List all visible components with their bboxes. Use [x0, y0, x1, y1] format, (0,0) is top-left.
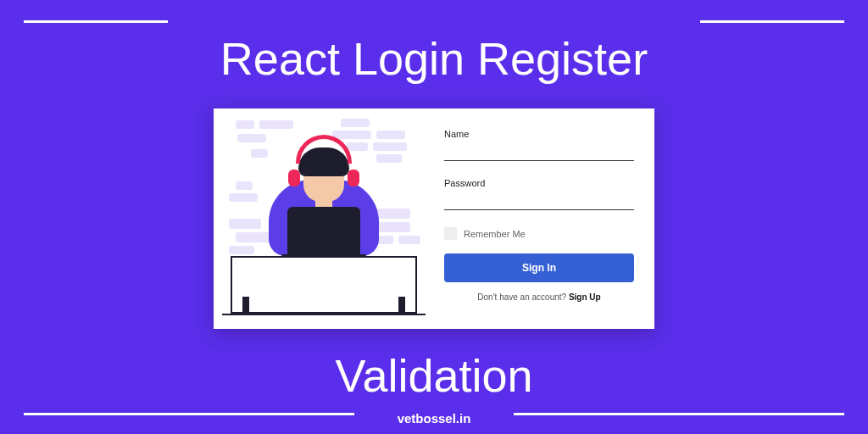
desk-leg-right — [398, 297, 405, 314]
desk — [231, 256, 417, 314]
signup-link[interactable]: Sign Up — [569, 292, 601, 302]
illustration-panel — [214, 108, 434, 329]
password-label: Password — [444, 178, 634, 188]
footer-text: vetbossel.in — [0, 411, 868, 426]
remember-checkbox[interactable] — [444, 227, 457, 240]
signup-prompt: Don't have an account? — [477, 292, 569, 302]
form-panel: Name Password Remember Me Sign In Don't … — [434, 108, 654, 329]
signin-button[interactable]: Sign In — [444, 253, 634, 282]
divider-top-right — [700, 20, 844, 23]
login-card: Name Password Remember Me Sign In Don't … — [214, 108, 654, 329]
remember-row: Remember Me — [444, 227, 634, 240]
laptop-icon — [287, 207, 360, 256]
headphone-icon — [296, 135, 352, 164]
signup-row: Don't have an account? Sign Up — [444, 292, 634, 302]
name-input[interactable] — [444, 142, 634, 161]
desk-leg-left — [242, 297, 249, 314]
floor-line — [222, 314, 426, 315]
password-input[interactable] — [444, 192, 634, 210]
heading-top: React Login Register — [0, 32, 868, 85]
earcup-left-icon — [288, 170, 300, 186]
remember-label: Remember Me — [464, 229, 526, 239]
heading-bottom: Validation — [0, 349, 868, 402]
name-label: Name — [444, 129, 634, 139]
earcup-right-icon — [348, 170, 359, 186]
divider-top-left — [24, 20, 168, 23]
